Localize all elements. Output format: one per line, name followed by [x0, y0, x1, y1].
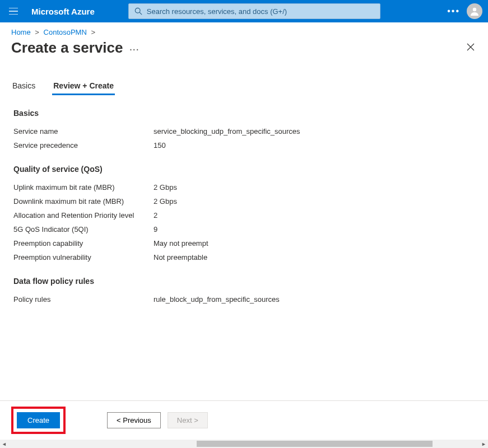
section-rules: Data flow policy rules Policy rules rule… — [11, 277, 488, 306]
close-button[interactable] — [464, 41, 477, 55]
fiveqi-label: 5G QoS Indicator (5QI) — [13, 225, 154, 234]
create-button[interactable]: Create — [17, 412, 60, 428]
breadcrumb: Home > ContosoPMN > — [0, 22, 488, 39]
create-highlight-box: Create — [11, 407, 66, 434]
svg-line-1 — [140, 12, 142, 15]
next-button: Next > — [168, 412, 208, 428]
search-input[interactable]: Search resources, services, and docs (G+… — [128, 3, 380, 19]
title-row: Create a service ··· — [0, 39, 488, 61]
section-qos: Quality of service (QoS) Uplink maximum … — [11, 165, 488, 264]
chevron-right-icon: > — [91, 28, 95, 36]
previous-button[interactable]: < Previous — [107, 412, 161, 428]
section-rules-title: Data flow policy rules — [13, 277, 488, 286]
breadcrumb-contosopmn[interactable]: ContosoPMN — [44, 28, 87, 36]
service-precedence-value: 150 — [154, 141, 166, 150]
preemption-vulnerability-label: Preemption vulnerability — [13, 253, 154, 262]
downlink-mbr-label: Downlink maximum bit rate (MBR) — [13, 197, 154, 206]
breadcrumb-home[interactable]: Home — [11, 28, 31, 36]
service-name-value: service_blocking_udp_from_specific_sourc… — [154, 127, 300, 136]
hamburger-menu-icon[interactable] — [6, 3, 21, 19]
preemption-capability-label: Preemption capability — [13, 239, 154, 248]
footer-bar: Create < Previous Next > — [0, 400, 488, 440]
svg-point-0 — [135, 8, 140, 13]
service-name-label: Service name — [13, 127, 154, 136]
title-more-icon[interactable]: ··· — [129, 45, 140, 54]
search-wrap: Search resources, services, and docs (G+… — [128, 3, 380, 19]
topbar-more-icon[interactable]: ••• — [447, 6, 460, 16]
section-basics: Basics Service name service_blocking_udp… — [11, 109, 488, 152]
user-avatar[interactable] — [467, 3, 482, 19]
search-placeholder: Search resources, services, and docs (G+… — [147, 7, 287, 16]
tab-basics[interactable]: Basics — [11, 78, 36, 95]
search-icon — [134, 7, 142, 15]
content-area: Basics Review + Create Basics Service na… — [0, 61, 488, 419]
policy-rules-value: rule_block_udp_from_specific_sources — [154, 295, 280, 304]
service-precedence-label: Service precedence — [13, 141, 154, 150]
scroll-thumb[interactable] — [197, 441, 433, 447]
scroll-left-icon[interactable]: ◄ — [0, 440, 8, 448]
arp-level-label: Allocation and Retention Priority level — [13, 211, 154, 220]
preemption-capability-value: May not preempt — [154, 239, 208, 248]
tab-review-create[interactable]: Review + Create — [52, 78, 115, 95]
chevron-right-icon: > — [35, 28, 39, 36]
brand-label: Microsoft Azure — [31, 7, 95, 16]
svg-point-2 — [473, 8, 476, 11]
close-icon — [467, 43, 475, 51]
preemption-vulnerability-value: Not preemptable — [154, 253, 207, 262]
section-basics-title: Basics — [13, 109, 488, 118]
policy-rules-label: Policy rules — [13, 295, 154, 304]
uplink-mbr-label: Uplink maximum bit rate (MBR) — [13, 183, 154, 192]
scroll-track[interactable] — [8, 440, 480, 448]
downlink-mbr-value: 2 Gbps — [154, 197, 177, 206]
fiveqi-value: 9 — [154, 225, 157, 234]
scroll-right-icon[interactable]: ► — [480, 440, 488, 448]
page-title: Create a service — [11, 39, 123, 57]
uplink-mbr-value: 2 Gbps — [154, 183, 177, 192]
section-qos-title: Quality of service (QoS) — [13, 165, 488, 174]
arp-level-value: 2 — [154, 211, 157, 220]
tabs: Basics Review + Create — [11, 78, 488, 95]
top-bar: Microsoft Azure Search resources, servic… — [0, 0, 488, 22]
horizontal-scrollbar[interactable]: ◄ ► — [0, 440, 488, 448]
person-icon — [469, 6, 480, 17]
